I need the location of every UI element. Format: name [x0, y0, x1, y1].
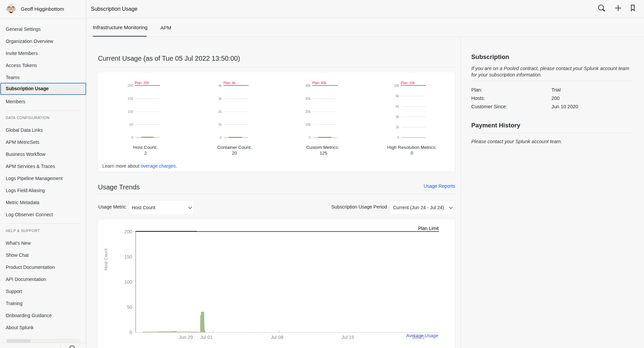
svg-text:Average Usage: Average Usage [406, 333, 438, 338]
svg-text:6k: 6k [395, 105, 399, 108]
svg-text:Jun 29: Jun 29 [179, 335, 193, 340]
svg-text:8k: 8k [395, 94, 399, 98]
svg-text:150: 150 [124, 254, 132, 259]
svg-text:Host Count: Host Count [103, 248, 108, 270]
svg-text:0: 0 [129, 330, 132, 335]
svg-text:10k: 10k [305, 123, 311, 126]
svg-text:10k: 10k [394, 84, 399, 88]
svg-text:Plan: 10k: Plan: 10k [401, 81, 415, 85]
svg-text:20k: 20k [305, 110, 311, 114]
svg-text:Plan: 200: Plan: 200 [135, 81, 149, 85]
svg-text:4k: 4k [218, 84, 222, 88]
svg-text:100: 100 [127, 110, 133, 114]
svg-text:4k: 4k [395, 115, 399, 119]
svg-text:Container Count:: Container Count: [217, 145, 252, 150]
svg-text:0: 0 [411, 151, 413, 156]
svg-text:0: 0 [309, 136, 311, 139]
svg-text:Jul 15: Jul 15 [341, 335, 354, 340]
svg-text:Plan: 4k: Plan: 4k [223, 81, 236, 85]
svg-text:Host Count:: Host Count: [133, 145, 157, 150]
svg-text:Custom Metrics:: Custom Metrics: [306, 145, 339, 150]
svg-text:30k: 30k [305, 97, 311, 101]
svg-text:150: 150 [127, 97, 133, 101]
svg-text:100: 100 [124, 279, 132, 285]
svg-text:2k: 2k [395, 125, 399, 129]
svg-text:Jul 01: Jul 01 [200, 335, 213, 340]
svg-text:2: 2 [144, 151, 147, 156]
svg-text:50: 50 [127, 304, 132, 310]
svg-text:Plan Limit: Plan Limit [418, 226, 439, 231]
svg-text:200: 200 [124, 229, 132, 234]
svg-text:0: 0 [131, 136, 133, 139]
svg-text:2k: 2k [218, 110, 222, 114]
svg-text:50: 50 [129, 123, 133, 126]
svg-text:200: 200 [127, 84, 133, 88]
svg-text:40k: 40k [305, 84, 311, 88]
svg-text:20: 20 [232, 151, 237, 156]
svg-text:0: 0 [397, 136, 399, 139]
svg-text:0: 0 [220, 136, 222, 139]
svg-text:3k: 3k [218, 97, 222, 101]
svg-text:125: 125 [320, 151, 327, 156]
svg-text:High Resolution Metrics:: High Resolution Metrics: [387, 145, 436, 150]
svg-text:1k: 1k [218, 123, 222, 126]
svg-text:Plan: 40k: Plan: 40k [312, 81, 327, 85]
svg-text:Jul 08: Jul 08 [271, 335, 283, 340]
